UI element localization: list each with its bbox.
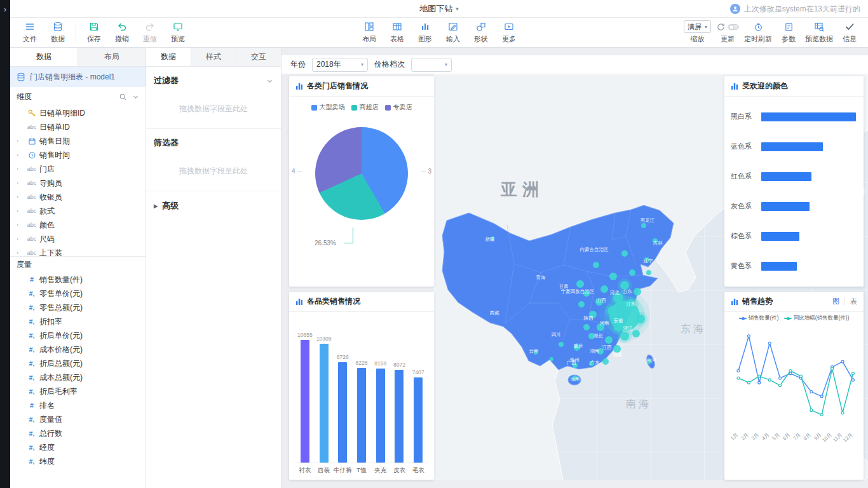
data-panel-tab-1[interactable]: 布局 [78, 48, 146, 66]
config-panel-tab-0[interactable]: 数据 [146, 48, 191, 66]
layout-button[interactable]: 布局 [356, 20, 383, 45]
dimension-field[interactable]: ›abc收银员 [10, 190, 146, 204]
measure-field[interactable]: #,折后毛利率 [10, 384, 146, 398]
data-point[interactable] [810, 391, 813, 393]
chevron-down-icon[interactable] [132, 93, 139, 100]
dimension-field[interactable]: ›销售时间 [10, 148, 146, 162]
dimension-field[interactable]: 日销单明细ID [10, 106, 146, 120]
map-data-bubble[interactable] [620, 332, 629, 341]
dashboard-title[interactable]: 地图下钻 ▾ [419, 0, 459, 18]
measure-field[interactable]: #,成本总额(元) [10, 370, 146, 384]
hbar-chart[interactable]: 黑白系蓝色系红色系灰色系棕色系黄色系 [731, 102, 856, 284]
data-point[interactable] [779, 377, 782, 379]
data-point[interactable] [768, 379, 771, 381]
chart-button[interactable]: 图形 [412, 20, 438, 45]
line-series[interactable] [738, 336, 853, 396]
preview-data-button[interactable]: 预览数据 [803, 20, 835, 45]
search-icon[interactable] [119, 93, 127, 101]
bar[interactable]: 10309西装 [315, 320, 334, 476]
hbar-row[interactable]: 蓝色系 [731, 132, 856, 161]
line-chart[interactable]: 1月2月3月4月5月6月7月8月9月10月11月12月 [729, 323, 857, 475]
dimension-field[interactable]: ›abc尺码 [10, 232, 146, 246]
bar-chart[interactable]: 10655衬衣10309西装8726牛仔裤8228T恤8159夹克8072皮衣7… [295, 320, 428, 476]
fullscreen-select[interactable]: 满屏▾ [684, 20, 711, 33]
dimension-field[interactable]: ›abc颜色 [10, 218, 146, 232]
expand-icon[interactable]: › [17, 250, 24, 256]
data-point[interactable] [758, 375, 761, 377]
measure-field[interactable]: #,度量值 [10, 412, 146, 426]
redo-button[interactable]: 重做 [137, 20, 163, 45]
input-button[interactable]: 输入 [440, 20, 466, 45]
config-panel-tab-1[interactable]: 样式 [191, 48, 236, 66]
advanced-section-toggle[interactable]: ▶ 高级 [146, 191, 281, 220]
measure-field[interactable]: #,总行数 [10, 426, 146, 440]
map-data-bubble[interactable] [550, 357, 553, 361]
measure-field[interactable]: #,经度 [10, 440, 146, 454]
data-panel-tab-0[interactable]: 数据 [10, 48, 78, 66]
model-row[interactable]: 门店销售明细表 - model1 [10, 67, 146, 87]
pie-chart[interactable] [315, 127, 408, 220]
dimension-field[interactable]: ›abc款式 [10, 204, 146, 218]
map-data-bubble[interactable] [578, 301, 585, 308]
map-data-bubble[interactable] [641, 223, 646, 228]
map-data-bubble[interactable] [636, 315, 645, 323]
pie-chart-card[interactable]: 各类门店销售情况 大型卖场商超店专卖店 4 3 26.53% [289, 76, 434, 287]
expand-icon[interactable]: › [17, 138, 24, 144]
bar[interactable]: 7407毛衣 [409, 320, 428, 476]
data-point[interactable] [841, 360, 844, 363]
data-point[interactable] [768, 342, 771, 344]
file-button[interactable]: 文件 [17, 20, 43, 45]
expand-icon[interactable]: › [17, 236, 24, 242]
data-point[interactable] [820, 395, 823, 398]
expand-icon[interactable]: › [17, 152, 24, 158]
data-point[interactable] [820, 414, 823, 416]
dimension-field[interactable]: abc日销单ID [10, 120, 146, 134]
measure-field[interactable]: #,折后单价(元) [10, 329, 146, 342]
config-panel-tab-2[interactable]: 交互 [236, 48, 281, 66]
bar-chart-card[interactable]: 各品类销售情况 10655衬衣10309西装8726牛仔裤8228T恤8159夹… [289, 292, 434, 480]
expand-icon[interactable]: › [17, 208, 24, 214]
dimension-field[interactable]: ›abc导购员 [10, 176, 146, 190]
dimension-field[interactable]: ›销售日期 [10, 134, 146, 148]
data-point[interactable] [810, 409, 813, 411]
data-point[interactable] [789, 370, 792, 372]
bar[interactable]: 8726牛仔裤 [333, 320, 352, 476]
bar[interactable]: 8072皮衣 [390, 320, 409, 476]
expand-icon[interactable]: › [17, 222, 24, 228]
pie-legend-item[interactable]: 专卖店 [385, 103, 412, 112]
data-point[interactable] [747, 335, 750, 337]
map-data-bubble[interactable] [605, 336, 613, 344]
field-dropzone[interactable]: 拖拽数据字段至此处 [154, 90, 273, 127]
map-data-bubble[interactable] [621, 250, 628, 257]
table-view-tab[interactable]: 表 [850, 297, 857, 306]
chevron-down-icon[interactable] [266, 78, 273, 85]
measure-field[interactable]: #,折后总额(元) [10, 356, 146, 370]
dimension-field[interactable]: ›abc门店 [10, 162, 146, 176]
field-dropzone[interactable]: 拖拽数据字段至此处 [154, 152, 273, 189]
dimension-field[interactable]: ›abc上下装 [10, 246, 146, 256]
map-data-bubble[interactable] [632, 330, 640, 337]
pie-legend-item[interactable]: 大型卖场 [311, 103, 345, 112]
measure-field[interactable]: #,成本价格(元) [10, 342, 146, 356]
panel-collapse-strip[interactable]: › [0, 0, 10, 488]
info-button[interactable]: 信息 [836, 20, 863, 45]
expand-panel-icon[interactable]: › [0, 0, 10, 14]
data-point[interactable] [799, 375, 802, 377]
hbar-row[interactable]: 棕色系 [731, 221, 856, 251]
pie-legend-item[interactable]: 商超店 [351, 103, 379, 112]
hbar-row[interactable]: 红色系 [731, 161, 856, 191]
expand-icon[interactable]: › [17, 194, 24, 200]
measure-field[interactable]: #,零售单价(元) [10, 287, 146, 301]
filter-select-1[interactable]: ▾ [411, 58, 452, 72]
map-data-bubble[interactable] [593, 262, 599, 268]
more-button[interactable]: 更多 [496, 20, 522, 45]
hbar-row[interactable]: 灰色系 [731, 191, 856, 221]
map-data-bubble[interactable] [576, 280, 584, 288]
bar[interactable]: 8228T恤 [352, 320, 371, 476]
params-button[interactable]: 参数 [775, 20, 802, 45]
hbar-row[interactable]: 黄色系 [731, 251, 856, 281]
data-point[interactable] [758, 381, 761, 384]
data-point[interactable] [737, 377, 740, 379]
hbar-row[interactable]: 黑白系 [731, 102, 856, 132]
line-legend-item[interactable]: 同比增幅(销售数量(件)) [784, 315, 850, 322]
